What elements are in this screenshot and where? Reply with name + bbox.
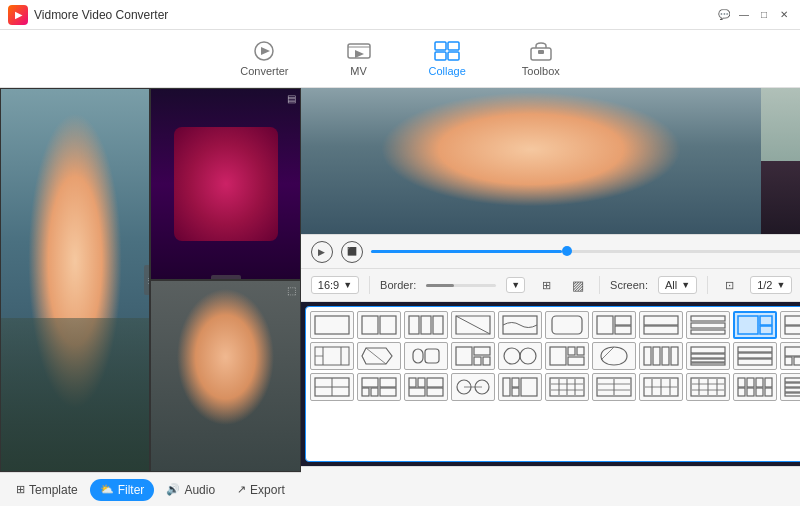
play-button[interactable]: ▶ bbox=[311, 241, 333, 263]
template-item-1[interactable] bbox=[310, 311, 354, 339]
nav-mv[interactable]: MV bbox=[337, 36, 381, 81]
svg-rect-139 bbox=[785, 393, 800, 396]
template-item-22[interactable] bbox=[545, 342, 589, 370]
svg-rect-30 bbox=[760, 326, 772, 334]
template-item-27[interactable] bbox=[780, 342, 800, 370]
nav-converter-label: Converter bbox=[240, 65, 288, 77]
template-item-32[interactable] bbox=[404, 373, 448, 401]
filter-icon: ⛅ bbox=[100, 483, 114, 496]
nav-collage[interactable]: Collage bbox=[421, 36, 474, 81]
logo-icon: ▶ bbox=[15, 10, 22, 20]
progress-thumb[interactable] bbox=[562, 246, 572, 256]
template-item-11[interactable] bbox=[780, 311, 800, 339]
svg-rect-129 bbox=[747, 378, 754, 387]
export-button-left[interactable]: ↗ Export bbox=[227, 479, 295, 501]
template-item-40[interactable] bbox=[780, 373, 800, 401]
template-item-3[interactable] bbox=[404, 311, 448, 339]
svg-rect-14 bbox=[421, 316, 431, 334]
stop-button[interactable]: ⬛ bbox=[341, 241, 363, 263]
export-icon-left: ↗ bbox=[237, 483, 246, 496]
border-type-select[interactable]: ▼ bbox=[506, 277, 525, 293]
screen-select[interactable]: All ▼ bbox=[658, 276, 697, 294]
svg-rect-66 bbox=[671, 347, 678, 365]
minimize-button[interactable]: — bbox=[736, 7, 752, 23]
svg-rect-74 bbox=[785, 347, 800, 356]
template-item-4[interactable] bbox=[451, 311, 495, 339]
template-item-33[interactable] bbox=[451, 373, 495, 401]
video-preview: ⋮ ▤ ⬚ bbox=[0, 88, 301, 472]
template-item-30[interactable] bbox=[310, 373, 354, 401]
right-bottom-right bbox=[761, 161, 800, 234]
svg-rect-54 bbox=[474, 357, 481, 365]
template-item-34[interactable] bbox=[498, 373, 542, 401]
template-item-17[interactable] bbox=[310, 342, 354, 370]
nav-toolbox[interactable]: Toolbox bbox=[514, 36, 568, 81]
svg-rect-22 bbox=[615, 326, 631, 334]
face-image-1 bbox=[1, 89, 149, 471]
toolbox-icon bbox=[527, 40, 555, 62]
template-item-24[interactable] bbox=[639, 342, 683, 370]
collage-icon bbox=[433, 40, 461, 62]
svg-rect-7 bbox=[448, 52, 459, 60]
svg-rect-61 bbox=[568, 357, 584, 365]
template-item-26[interactable] bbox=[733, 342, 777, 370]
nav-collage-label: Collage bbox=[429, 65, 466, 77]
template-item-38[interactable] bbox=[686, 373, 730, 401]
template-item-19[interactable] bbox=[404, 342, 448, 370]
border-slider[interactable] bbox=[426, 284, 496, 287]
progress-fill bbox=[371, 250, 563, 253]
template-item-35[interactable] bbox=[545, 373, 589, 401]
mv-icon bbox=[345, 40, 373, 62]
separator-2 bbox=[599, 276, 600, 294]
right-face-image bbox=[301, 88, 761, 234]
ratio-select[interactable]: 16:9 ▼ bbox=[311, 276, 359, 294]
grid-icon[interactable]: ⊞ bbox=[535, 274, 557, 296]
svg-rect-21 bbox=[615, 316, 631, 325]
preview-cell-left: ⋮ bbox=[0, 88, 150, 472]
screen-chevron: ▼ bbox=[681, 280, 690, 290]
svg-rect-136 bbox=[785, 378, 800, 382]
svg-rect-132 bbox=[738, 388, 745, 396]
template-item-7[interactable] bbox=[592, 311, 636, 339]
progress-bar[interactable] bbox=[371, 250, 800, 253]
main-content: ⋮ ▤ ⬚ ⊞ Template ⛅ bbox=[0, 88, 800, 506]
svg-rect-59 bbox=[568, 347, 575, 355]
template-button[interactable]: ⊞ Template bbox=[6, 479, 88, 501]
template-item-8[interactable] bbox=[639, 311, 683, 339]
template-label: Template bbox=[29, 483, 78, 497]
svg-rect-58 bbox=[550, 347, 566, 365]
template-item-36[interactable] bbox=[592, 373, 636, 401]
svg-rect-29 bbox=[760, 316, 772, 325]
template-item-10[interactable] bbox=[733, 311, 777, 339]
svg-marker-1 bbox=[261, 47, 270, 55]
filter-button[interactable]: ⛅ Filter bbox=[90, 479, 155, 501]
svg-point-56 bbox=[504, 348, 520, 364]
template-item-18[interactable] bbox=[357, 342, 401, 370]
cell-indicator: ▤ bbox=[287, 93, 296, 104]
message-button[interactable]: 💬 bbox=[716, 7, 732, 23]
svg-rect-60 bbox=[577, 347, 584, 355]
template-item-39[interactable] bbox=[733, 373, 777, 401]
svg-rect-70 bbox=[691, 363, 725, 365]
svg-rect-65 bbox=[662, 347, 669, 365]
template-item-23[interactable] bbox=[592, 342, 636, 370]
template-item-31[interactable] bbox=[357, 373, 401, 401]
template-item-20[interactable] bbox=[451, 342, 495, 370]
template-item-21[interactable] bbox=[498, 342, 542, 370]
template-item-9[interactable] bbox=[686, 311, 730, 339]
template-item-37[interactable] bbox=[639, 373, 683, 401]
template-item-5[interactable] bbox=[498, 311, 542, 339]
nav-converter[interactable]: Converter bbox=[232, 36, 296, 81]
template-item-2[interactable] bbox=[357, 311, 401, 339]
template-item-25[interactable] bbox=[686, 342, 730, 370]
audio-button[interactable]: 🔊 Audio bbox=[156, 479, 225, 501]
nav-toolbox-label: Toolbox bbox=[522, 65, 560, 77]
pattern-icon[interactable]: ▨ bbox=[567, 274, 589, 296]
template-item-6[interactable] bbox=[545, 311, 589, 339]
close-button[interactable]: ✕ bbox=[776, 7, 792, 23]
svg-rect-75 bbox=[785, 357, 792, 365]
screen-label: Screen: bbox=[610, 279, 648, 291]
page-select[interactable]: 1/2 ▼ bbox=[750, 276, 792, 294]
svg-rect-55 bbox=[483, 357, 490, 365]
maximize-button[interactable]: □ bbox=[756, 7, 772, 23]
